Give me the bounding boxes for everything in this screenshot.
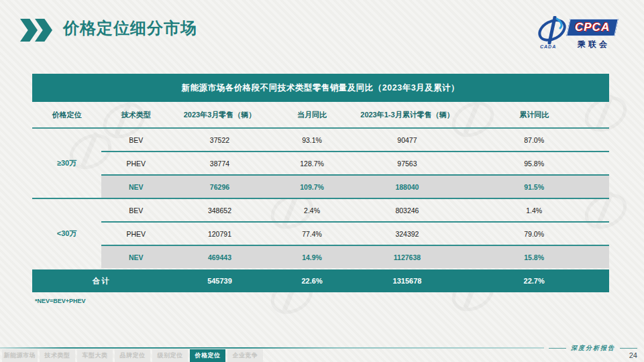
cada-swirl-icon — [535, 16, 570, 44]
cpca-label: CPCA — [575, 21, 610, 34]
cell-value: 2.4% — [269, 199, 356, 221]
price-group-label: ≥30万 — [32, 129, 101, 198]
cell-value: 188040 — [356, 176, 460, 198]
col-header: 技术类型 — [101, 102, 170, 127]
report-label: 深度分析报告 — [571, 344, 615, 353]
cell-value: 79.0% — [459, 223, 609, 245]
col-header: 价格定位 — [32, 102, 101, 127]
total-label: 合计 — [32, 269, 170, 292]
tab-competition[interactable]: 企业竞争 — [227, 349, 263, 362]
col-header: 2023年3月零售（辆） — [170, 102, 268, 127]
price-segment-table: 新能源市场各价格段不同技术类型零售销量及同比（2023年3月及累计） 价格定位 … — [32, 74, 609, 304]
table-row-nev: NEV 469443 14.9% 1127638 15.8% — [101, 245, 609, 268]
table-title: 新能源市场各价格段不同技术类型零售销量及同比（2023年3月及累计） — [32, 74, 609, 102]
tech-type: BEV — [101, 129, 170, 151]
slide: 价格定位细分市场 CADA CPCA 乘联会 新能源市场各价格段不同技术类型零售… — [0, 0, 644, 362]
cell-value: 469443 — [170, 246, 268, 268]
chevron-right-icon — [20, 19, 55, 42]
price-group-lt30: <30万 BEV 348652 2.4% 803246 1.4% PHEV 12… — [32, 199, 609, 268]
col-header: 累计同比 — [459, 102, 609, 127]
tech-type: PHEV — [101, 152, 170, 174]
cell-value: 15.8% — [459, 246, 609, 268]
tab-tech-type[interactable]: 技术类型 — [40, 349, 75, 362]
cell-value: 77.4% — [269, 223, 356, 245]
cpca-badge: CPCA — [566, 19, 619, 36]
tab-brand-position[interactable]: 品牌定位 — [115, 349, 150, 362]
dash-line — [549, 348, 566, 349]
cell-value: 1315678 — [356, 269, 460, 292]
cell-value: 90477 — [356, 129, 460, 151]
cell-value: 348652 — [170, 199, 268, 221]
table-total-row: 合计 545739 22.6% 1315678 22.7% — [32, 269, 609, 292]
tab-price-position[interactable]: 价格定位 — [190, 349, 225, 362]
cell-value: 109.7% — [269, 176, 356, 198]
cell-value: 97563 — [356, 152, 460, 174]
org-cn-label: 乘联会 — [570, 39, 618, 50]
table-row: PHEV 38774 128.7% 97563 95.8% — [101, 151, 609, 174]
cell-value: 91.5% — [459, 176, 609, 198]
page-title: 价格定位细分市场 — [63, 17, 197, 39]
cada-label: CADA — [540, 44, 556, 49]
cell-value: 120791 — [170, 223, 268, 245]
table-header-row: 价格定位 技术类型 2023年3月零售（辆） 当月同比 2023年1-3月累计零… — [32, 102, 609, 129]
section-tabs: 新能源市场 技术类型 车型大类 品牌定位 级别定位 价格定位 企业竞争 — [2, 349, 263, 362]
cell-value: 22.6% — [269, 269, 356, 292]
cell-value: 803246 — [356, 199, 460, 221]
cell-value: 545739 — [170, 269, 268, 292]
tech-type: NEV — [101, 246, 170, 268]
price-group-ge30: ≥30万 BEV 37522 93.1% 90477 87.0% PHEV 38… — [32, 129, 609, 199]
cell-value: 1127638 — [356, 246, 460, 268]
cell-value: 128.7% — [269, 152, 356, 174]
tab-level-position[interactable]: 级别定位 — [152, 349, 188, 362]
cell-value: 95.8% — [459, 152, 609, 174]
cell-value: 22.7% — [459, 269, 609, 292]
cell-value: 93.1% — [269, 129, 356, 151]
tech-type: PHEV — [101, 223, 170, 245]
page-number: 24 — [629, 351, 637, 359]
tech-type: NEV — [101, 176, 170, 198]
cell-value: 87.0% — [459, 129, 609, 151]
table-row: BEV 348652 2.4% 803246 1.4% — [101, 199, 609, 221]
cpca-logo: CADA CPCA 乘联会 — [535, 12, 619, 54]
cell-value: 1.4% — [459, 199, 609, 221]
table-row-nev: NEV 76296 109.7% 188040 91.5% — [101, 174, 609, 198]
cell-value: 324392 — [356, 223, 460, 245]
price-group-label: <30万 — [32, 199, 101, 268]
cell-value: 37522 — [170, 129, 268, 151]
tab-nev-market[interactable]: 新能源市场 — [2, 349, 38, 362]
col-header: 2023年1-3月累计零售（辆） — [356, 102, 460, 127]
cell-value: 76296 — [170, 176, 268, 198]
table-row: PHEV 120791 77.4% 324392 79.0% — [101, 221, 609, 245]
tech-type: BEV — [101, 199, 170, 221]
col-header: 当月同比 — [269, 102, 356, 127]
cell-value: 38774 — [170, 152, 268, 174]
cell-value: 14.9% — [269, 246, 356, 268]
table-footnote: *NEV=BEV+PHEV — [32, 298, 609, 304]
dash-line — [620, 348, 637, 349]
tab-model-class[interactable]: 车型大类 — [77, 349, 113, 362]
table-row: BEV 37522 93.1% 90477 87.0% — [101, 129, 609, 151]
slide-header: 价格定位细分市场 CADA CPCA 乘联会 — [20, 16, 624, 51]
